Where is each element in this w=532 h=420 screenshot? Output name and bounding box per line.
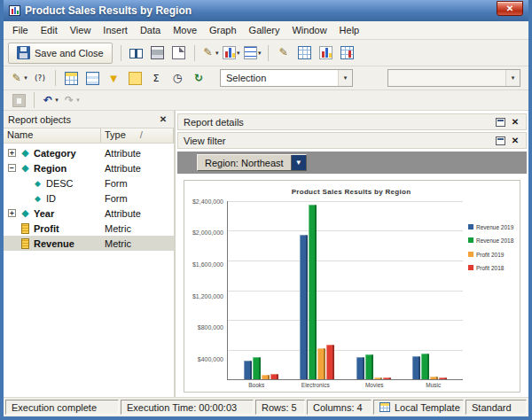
- tree-row-profit[interactable]: ProfitMetric: [4, 221, 174, 236]
- toolbar-separator: [121, 45, 121, 61]
- bar: [270, 374, 278, 379]
- tree-row-year[interactable]: +◆YearAttribute: [4, 206, 174, 221]
- secondary-combobox[interactable]: ▾: [387, 69, 520, 87]
- column-header-type[interactable]: Type /: [101, 128, 174, 143]
- undo-button[interactable]: ↶▾: [40, 92, 59, 109]
- menu-insert[interactable]: Insert: [97, 23, 134, 37]
- close-icon[interactable]: ✕: [157, 114, 169, 124]
- x-axis-label: Books: [227, 380, 286, 390]
- toolbar-row-1: Save and Close ✎▾▾▾✎: [4, 40, 528, 66]
- object-type: Metric: [105, 238, 131, 249]
- menu-graph[interactable]: Graph: [203, 23, 243, 37]
- object-name: Region: [34, 163, 66, 174]
- bar: [356, 357, 364, 379]
- maximize-icon[interactable]: [496, 118, 505, 127]
- autostyle-button[interactable]: ▾: [243, 43, 262, 63]
- chart-title: Product Sales Results by Region: [188, 188, 514, 196]
- grid-graph-view-button[interactable]: [338, 43, 357, 63]
- clock-button[interactable]: ◷: [168, 68, 187, 88]
- local-template-grid-icon: [379, 402, 390, 412]
- format-brush-button[interactable]: ✎▾: [9, 68, 28, 88]
- toolbar-icon-group: ✎▾(?)▼Σ◷↻: [8, 68, 209, 88]
- toolbar-separator: [194, 45, 195, 61]
- legend-swatch: [468, 265, 473, 270]
- dropdown-arrow-icon[interactable]: ▼: [291, 155, 306, 170]
- chevron-down-icon[interactable]: ▾: [505, 70, 520, 86]
- status-text: Execution complete: [12, 402, 97, 413]
- paste-button[interactable]: [9, 92, 28, 109]
- column-sort-indicator: /: [140, 129, 143, 142]
- save-and-close-button[interactable]: Save and Close: [8, 43, 113, 64]
- design-view-button[interactable]: ✎: [274, 43, 293, 63]
- bar: [262, 375, 270, 379]
- object-type: Attribute: [105, 208, 141, 219]
- menu-edit[interactable]: Edit: [35, 23, 64, 37]
- page-setup-button[interactable]: [169, 43, 189, 63]
- legend-item: Revenue 2019: [468, 224, 514, 230]
- legend-swatch: [468, 237, 473, 243]
- tree-row-category[interactable]: +◆CategoryAttribute: [4, 145, 174, 160]
- graph-format-button[interactable]: ▾: [222, 43, 241, 63]
- close-button[interactable]: ✕: [497, 1, 523, 16]
- totals-button[interactable]: Σ: [146, 68, 166, 88]
- expand-icon[interactable]: +: [8, 149, 16, 157]
- view-filter-button[interactable]: ▼: [104, 68, 123, 88]
- expand-icon[interactable]: +: [8, 209, 16, 217]
- book-button[interactable]: [127, 43, 146, 63]
- menu-gallery[interactable]: Gallery: [243, 23, 286, 37]
- toolbar-separator: [34, 92, 35, 108]
- menu-move[interactable]: Move: [167, 23, 203, 37]
- close-icon[interactable]: ✕: [510, 117, 520, 127]
- maximize-icon[interactable]: [496, 136, 505, 145]
- dropdown-arrow-icon: ▾: [76, 97, 80, 104]
- grid-color-button[interactable]: [61, 68, 81, 88]
- column-header-name[interactable]: Name: [4, 128, 101, 143]
- design-view-icon: ✎: [277, 46, 290, 59]
- format-brush-icon: ✎: [10, 72, 23, 85]
- redo-button[interactable]: ↷▾: [61, 92, 81, 109]
- object-name: ID: [46, 193, 56, 204]
- menu-window[interactable]: Window: [286, 23, 332, 37]
- object-type: Form: [105, 178, 128, 189]
- dropdown-arrow-icon: ▾: [215, 50, 219, 57]
- status-bar: Execution completeExecution Time: 00:00:…: [4, 397, 528, 416]
- menu-view[interactable]: View: [64, 23, 98, 37]
- app-window: Product Sales Results by Region ✕ FileEd…: [0, 0, 532, 420]
- graph-view-button[interactable]: [317, 43, 336, 63]
- grid-view-button[interactable]: [295, 43, 315, 63]
- tree-row-revenue[interactable]: RevenueMetric: [4, 236, 174, 251]
- x-axis-label: Music: [404, 380, 464, 390]
- note-button[interactable]: [125, 68, 145, 88]
- attribute-icon: ◆: [20, 207, 31, 219]
- object-type: Form: [105, 193, 128, 204]
- selection-combobox[interactable]: Selection ▾: [220, 69, 353, 87]
- column-headers: Name Type /: [4, 128, 174, 144]
- menu-help[interactable]: Help: [333, 23, 366, 37]
- tree-row-desc[interactable]: ◆DESCForm: [4, 175, 174, 191]
- menu-file[interactable]: File: [6, 23, 35, 37]
- menu-data[interactable]: Data: [134, 23, 167, 37]
- refresh-button[interactable]: ↻: [189, 68, 208, 88]
- banding-button[interactable]: [82, 68, 102, 88]
- legend-swatch: [468, 252, 473, 257]
- dropdown-arrow-icon: ▾: [237, 50, 240, 57]
- status-text: Columns: 4: [313, 402, 363, 413]
- printer-button[interactable]: [148, 43, 168, 63]
- tree-row-region[interactable]: −◆RegionAttribute: [4, 160, 174, 175]
- chevron-down-icon[interactable]: ▾: [338, 70, 352, 86]
- status-text: Rows: 5: [262, 402, 297, 413]
- grid-graph-view-icon: [340, 46, 354, 59]
- x-axis: BooksElectronicsMoviesMusic: [227, 380, 463, 390]
- legend-swatch: [468, 224, 473, 229]
- note-icon: [129, 72, 142, 85]
- collapse-icon[interactable]: −: [8, 164, 16, 172]
- report-objects-header: Report objects ✕: [4, 111, 174, 128]
- tree-row-id[interactable]: ◆IDForm: [4, 191, 174, 206]
- autotext-button[interactable]: (?): [30, 68, 50, 88]
- close-icon[interactable]: ✕: [510, 136, 520, 145]
- format-painter-button[interactable]: ✎▾: [200, 43, 220, 63]
- region-filter-dropdown[interactable]: Region: Northeast ▼: [197, 154, 307, 171]
- grid-view-icon: [298, 46, 311, 59]
- bar: [326, 345, 334, 379]
- status-segment: Rows: 5: [255, 400, 305, 415]
